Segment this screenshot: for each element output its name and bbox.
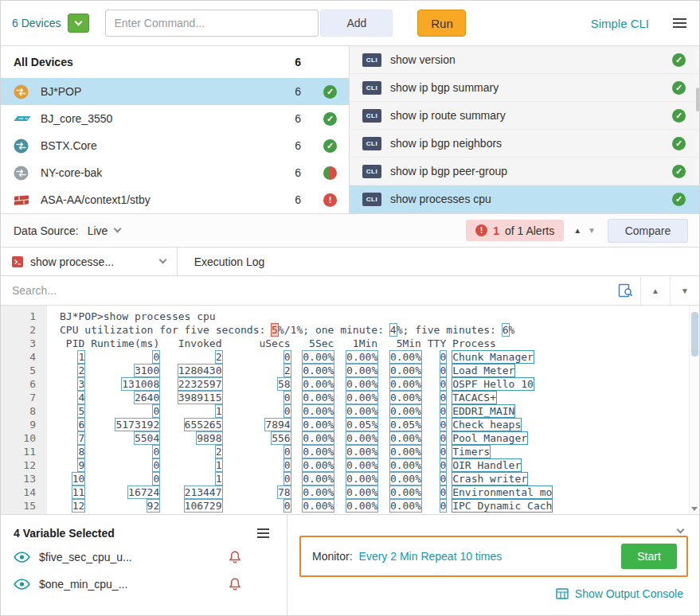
- device-command-count: 6: [288, 166, 301, 179]
- device-row[interactable]: NY-core-bak6: [1, 159, 349, 186]
- variable-highlight: 2: [284, 365, 291, 376]
- scroll-down-arrow-icon[interactable]: [691, 507, 698, 511]
- variable-highlight: 0: [440, 392, 447, 404]
- command-panel-scrollbar-thumb[interactable]: [696, 88, 699, 111]
- menu-icon[interactable]: [673, 16, 686, 30]
- variable-highlight: Timers: [452, 446, 490, 458]
- command-row[interactable]: CLIshow ip bgp peer-group✓: [350, 158, 699, 185]
- status-badge-ok: ✓: [672, 81, 686, 95]
- variable-highlight: 3100: [135, 365, 159, 376]
- variable-highlight: 0.00%: [390, 486, 421, 498]
- console-line: 10 7 5504 9898 556 0.00% 0.00% 0.00% 0 P…: [1, 431, 699, 445]
- variable-highlight: 0.00%: [303, 419, 334, 431]
- router-icon: [14, 166, 32, 181]
- variable-highlight: 0.00%: [303, 459, 334, 471]
- data-source-dropdown[interactable]: Live: [88, 224, 121, 237]
- variable-highlight: 655265: [185, 419, 222, 431]
- line-number: 10: [1, 431, 47, 445]
- command-label: show ip bgp neighbors: [390, 137, 672, 150]
- alerts-badge[interactable]: ! 1 of 1 Alerts: [466, 220, 564, 241]
- variable-highlight: 9898: [197, 432, 221, 444]
- variable-highlight: 16724: [128, 486, 159, 498]
- line-number: 12: [1, 458, 47, 472]
- monitor-schedule-link[interactable]: Every 2 Min Repeat 10 times: [359, 550, 503, 563]
- variable-highlight: 7894: [265, 419, 290, 431]
- line-number: 11: [1, 445, 47, 458]
- variable-item[interactable]: $five_sec_cpu_u...: [1, 544, 287, 571]
- code-text: 9 0 1 0 0.00% 0.00% 0.00% 0 OIR Handler: [47, 458, 521, 472]
- variable-highlight: 0.00%: [390, 459, 421, 471]
- add-button[interactable]: Add: [320, 10, 393, 37]
- simple-cli-link[interactable]: Simple CLI: [591, 17, 649, 30]
- eye-icon[interactable]: [14, 579, 30, 590]
- tab-execution-log[interactable]: Execution Log: [178, 248, 281, 275]
- next-alert-arrow-icon[interactable]: ▼: [588, 226, 596, 235]
- status-badge-ok: ✓: [672, 137, 686, 150]
- variable-highlight: 12: [72, 500, 85, 512]
- device-row[interactable]: ASA-AA/context1/stby6!: [1, 186, 349, 213]
- search-previous-button[interactable]: ▲: [640, 276, 670, 305]
- line-number: 9: [1, 418, 47, 431]
- variable-highlight: 0.00%: [346, 392, 377, 404]
- app-window: 6 Devices Add Run Simple CLI All Devices…: [0, 0, 700, 616]
- run-button[interactable]: Run: [417, 10, 466, 37]
- scrollbar-thumb[interactable]: [691, 312, 698, 357]
- console-line: 9 6 5173192 655265 7894 0.00% 0.05% 0.05…: [1, 418, 699, 431]
- line-number: 7: [1, 391, 47, 404]
- variable-highlight: 0.00%: [346, 446, 377, 458]
- variable-panel-header: 4 Variable Selected: [1, 523, 287, 544]
- search-input[interactable]: [1, 276, 610, 305]
- variable-highlight: 5173192: [115, 419, 159, 431]
- console-line: 6 3 131008 2232597 58 0.00% 0.00% 0.00% …: [1, 377, 699, 391]
- execution-log-label: Execution Log: [194, 255, 265, 268]
- command-tab-dropdown[interactable]: show processe...: [1, 248, 178, 275]
- console-line: 12 9 0 1 0 0.00% 0.00% 0.00% 0 OIR Handl…: [1, 458, 699, 472]
- console-scrollbar[interactable]: [689, 306, 699, 514]
- console-line: 5 2 3100 1280430 2 0.00% 0.00% 0.00% 0 L…: [1, 364, 699, 377]
- variable-highlight: 92: [147, 500, 160, 512]
- variable-menu-icon[interactable]: [257, 528, 269, 538]
- command-row[interactable]: CLIshow version✓: [350, 46, 699, 74]
- show-output-console-row[interactable]: Show Output Console: [299, 587, 688, 600]
- chevron-down-icon: [159, 256, 167, 264]
- line-number: 13: [1, 472, 47, 485]
- command-label: show ip route summary: [390, 109, 672, 122]
- line-number: 4: [1, 350, 47, 364]
- code-text: 4 2640 3989115 0 0.00% 0.00% 0.00% 0 TAC…: [47, 391, 496, 404]
- chevron-down-icon: [75, 18, 83, 25]
- variable-highlight: 0.00%: [303, 392, 334, 404]
- variable-highlight: 2: [78, 365, 84, 376]
- variable-highlight: 0.05%: [390, 419, 421, 431]
- device-row[interactable]: BJ*POP6✓: [1, 78, 349, 105]
- collapse-chevron-icon[interactable]: [678, 521, 683, 536]
- search-next-button[interactable]: ▼: [670, 276, 699, 305]
- command-row[interactable]: CLIshow ip route summary✓: [350, 102, 699, 130]
- code-text: PID Runtime(ms) Invoked uSecs 5Sec 1Min …: [47, 337, 496, 350]
- previous-alert-arrow-icon[interactable]: ▲: [573, 226, 581, 235]
- variable-highlight: 0: [440, 500, 447, 512]
- variable-item[interactable]: $one_min_cpu_...: [1, 571, 287, 598]
- command-row[interactable]: CLIshow processes cpu✓: [350, 185, 699, 213]
- compare-button[interactable]: Compare: [608, 219, 688, 243]
- alert-bell-icon[interactable]: [229, 551, 241, 563]
- console-line: 1BJ*POP>show processes cpu: [1, 310, 699, 323]
- eye-icon[interactable]: [14, 552, 30, 563]
- monitor-box: Monitor: Every 2 Min Repeat 10 times Sta…: [299, 536, 688, 577]
- start-button[interactable]: Start: [621, 544, 677, 569]
- command-row[interactable]: CLIshow ip bgp summary✓: [350, 74, 699, 102]
- variable-highlight: 1: [216, 405, 222, 417]
- alert-bell-icon[interactable]: [229, 578, 241, 591]
- command-row[interactable]: CLIshow ip bgp neighbors✓: [350, 130, 699, 158]
- find-in-page-icon[interactable]: [610, 276, 640, 305]
- variable-highlight: 0.00%: [303, 378, 334, 390]
- variable-highlight: 2232597: [178, 378, 222, 390]
- device-row[interactable]: BSTX.Core6✓: [1, 132, 349, 159]
- device-row[interactable]: BJ_core_35506✓: [1, 105, 349, 132]
- command-input[interactable]: [105, 10, 319, 37]
- variable-highlight: 1280430: [178, 365, 222, 376]
- variable-highlight: 0: [284, 351, 291, 363]
- devices-count-label: 6 Devices: [12, 17, 61, 29]
- variable-highlight: Load Meter: [452, 365, 514, 376]
- devices-dropdown-button[interactable]: [68, 14, 89, 33]
- cli-icon: CLI: [362, 81, 381, 95]
